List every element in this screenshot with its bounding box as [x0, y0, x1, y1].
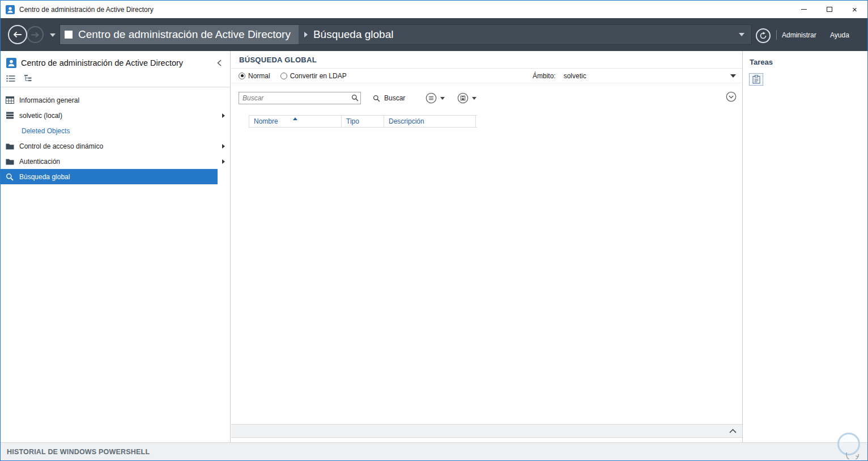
caret-down-icon: [440, 97, 445, 100]
breadcrumb-root[interactable]: Centro de administración de Active Direc…: [60, 25, 299, 44]
breadcrumb-current[interactable]: Búsqueda global: [313, 28, 394, 41]
expand-arrow-icon: [222, 159, 225, 164]
tasks-action-button[interactable]: [749, 73, 763, 86]
ayuda-menu[interactable]: Ayuda: [830, 31, 849, 39]
search-button-label: Buscar: [384, 94, 405, 102]
column-label: Nombre: [254, 117, 278, 125]
sidebar-collapse-button[interactable]: [214, 60, 224, 66]
adac-icon: [6, 58, 16, 68]
sidebar-item-informacion-general[interactable]: Información general: [1, 92, 218, 108]
sidebar-item-busqueda-global[interactable]: Búsqueda global: [1, 169, 218, 184]
navigation-bar: Centro de administración de Active Direc…: [1, 18, 867, 51]
scope-dropdown-caret-icon[interactable]: [730, 74, 736, 78]
sort-ascending-icon: [293, 117, 297, 120]
navbar-separator: [776, 30, 777, 40]
powershell-history-bar[interactable]: HISTORIAL DE WINDOWS POWERSHELL: [1, 442, 867, 460]
query-options-dropdown[interactable]: [426, 92, 445, 104]
sidebar-items: Información general solvetic (local) Del…: [1, 87, 230, 184]
saved-queries-dropdown[interactable]: [457, 92, 476, 104]
search-icon: [6, 173, 15, 181]
breadcrumb-root-label: Centro de administración de Active Direc…: [78, 28, 291, 41]
chevron-up-icon: [729, 429, 737, 433]
caret-down-icon: [472, 97, 476, 100]
domain-icon: [6, 112, 15, 119]
maximize-button[interactable]: [816, 1, 842, 18]
sidebar-item-label: Deleted Objects: [22, 127, 70, 135]
sidebar-item-control-acceso-dinamico[interactable]: Control de acceso dinámico: [1, 138, 218, 154]
titlebar: Centro de administración de Active Direc…: [1, 1, 867, 18]
sidebar-item-autenticacion[interactable]: Autenticación: [1, 154, 218, 169]
results-table-header: Nombre Tipo Descripción: [249, 115, 477, 128]
breadcrumb-page-icon: [65, 31, 73, 39]
preview-pane-collapse-bar[interactable]: [231, 424, 743, 438]
chevron-down-in-circle-icon: [726, 91, 737, 102]
tasks-panel: Tareas: [742, 51, 867, 442]
minimize-button[interactable]: [791, 1, 816, 18]
expand-arrow-icon: [222, 113, 225, 118]
expand-criteria-button[interactable]: [726, 91, 737, 102]
column-header-tipo[interactable]: Tipo: [341, 116, 384, 127]
list-view-tab[interactable]: [6, 74, 18, 83]
sidebar-item-deleted-objects[interactable]: Deleted Objects: [1, 123, 218, 138]
list-in-circle-icon: [426, 92, 437, 104]
tasks-title: Tareas: [743, 51, 867, 66]
back-button[interactable]: [8, 25, 27, 44]
sidebar-item-solvetic-local[interactable]: solvetic (local): [1, 108, 218, 123]
overview-grid-icon: [6, 96, 15, 104]
chevron-right-icon: [304, 32, 308, 37]
sidebar-item-label: Información general: [19, 96, 79, 104]
column-label: Tipo: [346, 117, 359, 125]
app-icon: [6, 5, 15, 14]
sidebar-header: Centro de administración de Active Direc…: [1, 51, 230, 71]
breadcrumb-dropdown-caret-icon[interactable]: [739, 33, 744, 36]
close-icon: ×: [852, 5, 857, 14]
search-magnifier-icon[interactable]: [351, 94, 359, 101]
sidebar-item-label: solvetic (local): [19, 112, 62, 120]
column-label: Descripción: [389, 117, 424, 125]
folder-icon: [6, 143, 15, 150]
window-controls: ×: [791, 1, 867, 18]
radio-button-icon: [280, 73, 287, 79]
scope-value: solvetic: [564, 72, 586, 80]
minimize-icon: [801, 9, 807, 10]
radio-ldap-label: Convertir en LDAP: [290, 72, 347, 80]
cursor-swoosh-icon: [846, 452, 860, 459]
forward-button[interactable]: [27, 26, 44, 43]
administrar-menu[interactable]: Administrar: [782, 31, 816, 39]
refresh-icon: [759, 32, 767, 40]
powershell-history-label: HISTORIAL DE WINDOWS POWERSHELL: [7, 448, 150, 456]
folder-icon: [6, 158, 15, 165]
search-toolbar: Buscar: [231, 83, 743, 107]
chevron-left-icon: [217, 60, 222, 66]
column-header-nombre[interactable]: Nombre: [249, 116, 341, 127]
save-in-circle-icon: [457, 92, 469, 104]
arrow-left-icon: [12, 31, 23, 38]
tree-view-tab[interactable]: [24, 74, 36, 83]
main-pane: BÚSQUEDA GLOBAL Normal Convertir en LDAP…: [231, 51, 743, 442]
sidebar-item-label: Control de acceso dinámico: [19, 142, 103, 150]
scope-label: Ámbito:: [533, 72, 556, 80]
close-button[interactable]: ×: [842, 1, 867, 18]
arrow-right-icon: [31, 32, 40, 38]
maximize-icon: [827, 7, 832, 12]
breadcrumb: Centro de administración de Active Direc…: [59, 24, 752, 45]
search-button[interactable]: Buscar: [373, 94, 405, 102]
searchbox: [239, 92, 361, 104]
list-view-icon: [6, 75, 15, 82]
search-filter-row: Normal Convertir en LDAP Ámbito: solveti…: [231, 69, 743, 83]
radio-convertir-ldap[interactable]: Convertir en LDAP: [280, 72, 347, 80]
history-dropdown-caret-icon[interactable]: [50, 33, 56, 37]
sidebar-item-label: Búsqueda global: [19, 173, 70, 181]
expand-arrow-icon: [222, 144, 225, 149]
radio-normal[interactable]: Normal: [239, 72, 270, 80]
refresh-button[interactable]: [756, 28, 771, 43]
search-input[interactable]: [239, 92, 361, 104]
adac-window: Centro de administración de Active Direc…: [0, 0, 868, 461]
column-header-descripcion[interactable]: Descripción: [384, 116, 476, 127]
page-title: BÚSQUEDA GLOBAL: [231, 51, 743, 69]
sidebar-item-label: Autenticación: [19, 158, 60, 166]
radio-normal-label: Normal: [248, 72, 270, 80]
search-icon: [373, 95, 380, 102]
scope-selector[interactable]: Ámbito: solvetic: [533, 72, 586, 80]
sidebar: Centro de administración de Active Direc…: [1, 51, 231, 442]
